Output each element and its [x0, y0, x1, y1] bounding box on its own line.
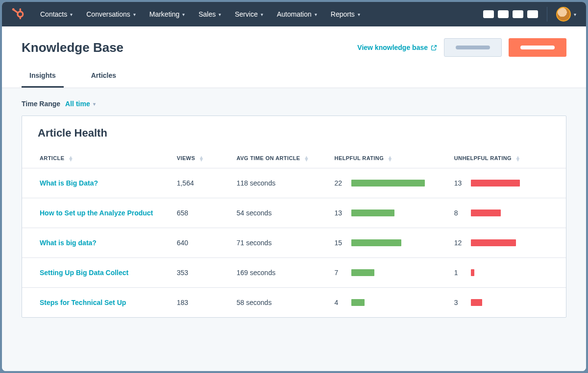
cell-views: 640	[169, 228, 229, 258]
cell-article: What is Big Data?	[22, 168, 169, 198]
avatar	[556, 7, 571, 22]
unhelpful-bar	[471, 180, 520, 186]
unhelpful-bar	[471, 239, 516, 246]
cell-views: 353	[169, 258, 229, 288]
nav-placeholder-button[interactable]	[483, 10, 494, 18]
article-link[interactable]: Steps for Technical Set Up	[40, 299, 126, 306]
sort-icon: ▲▼	[68, 156, 74, 161]
nav-item-automation[interactable]: Automation▾	[271, 7, 323, 21]
svg-point-5	[20, 8, 21, 10]
column-header-helpful[interactable]: HELPFUL RATING ▲▼	[327, 148, 446, 168]
svg-line-3	[14, 10, 18, 12]
chevron-down-icon: ▾	[219, 12, 221, 17]
helpful-value: 13	[335, 209, 345, 217]
nav-item-label: Reports	[331, 10, 355, 18]
column-header-unhelpful-label: UNHELPFUL RATING	[454, 155, 512, 161]
cell-unhelpful: 3	[446, 288, 566, 318]
view-knowledge-base-link[interactable]: View knowledge base	[357, 44, 437, 51]
cell-time: 71 seconds	[229, 228, 327, 258]
svg-point-4	[12, 8, 15, 11]
unhelpful-value: 13	[454, 179, 465, 187]
column-header-article-label: ARTICLE	[40, 155, 64, 161]
table-row: What is Big Data?1,564118 seconds2213	[22, 168, 566, 198]
helpful-value: 4	[335, 299, 345, 306]
unhelpful-bar	[471, 210, 501, 216]
view-knowledge-base-label: View knowledge base	[357, 44, 428, 51]
cell-article: How to Set up the Analyze Product	[22, 198, 169, 228]
secondary-action-button[interactable]	[444, 38, 502, 57]
column-header-unhelpful[interactable]: UNHELPFUL RATING ▲▼	[446, 148, 566, 168]
nav-item-contacts[interactable]: Contacts▾	[34, 7, 78, 21]
nav-item-label: Contacts	[40, 10, 67, 18]
chevron-down-icon: ▾	[261, 12, 263, 17]
tabs: InsightsArticles	[22, 67, 566, 88]
chevron-down-icon: ▾	[182, 12, 185, 17]
cell-unhelpful: 12	[446, 228, 566, 258]
column-header-time[interactable]: AVG TIME ON ARTICLE ▲▼	[229, 148, 327, 168]
helpful-bar	[351, 299, 365, 306]
helpful-bar	[351, 239, 401, 246]
cell-time: 54 seconds	[229, 198, 327, 228]
top-nav: Contacts▾Conversations▾Marketing▾Sales▾S…	[2, 2, 586, 26]
sort-icon: ▲▼	[388, 156, 393, 161]
nav-item-sales[interactable]: Sales▾	[193, 7, 227, 21]
nav-item-label: Marketing	[149, 10, 179, 18]
primary-action-button[interactable]	[509, 38, 566, 57]
article-health-card: Article Health ARTICLE ▲▼ VIEWS ▲▼	[22, 116, 566, 318]
cell-helpful: 13	[327, 198, 446, 228]
table-row: Steps for Technical Set Up18358 seconds4…	[22, 288, 566, 318]
cell-views: 1,564	[169, 168, 229, 198]
article-link[interactable]: What is big data?	[40, 239, 97, 247]
chevron-down-icon: ▾	[133, 12, 136, 17]
chevron-down-icon: ▾	[574, 12, 576, 17]
time-range-dropdown[interactable]: All time ▾	[65, 100, 96, 108]
article-link[interactable]: What is Big Data?	[40, 179, 98, 187]
cell-article: Steps for Technical Set Up	[22, 288, 169, 318]
column-header-views-label: VIEWS	[177, 155, 195, 161]
column-header-views[interactable]: VIEWS ▲▼	[169, 148, 229, 168]
card-title: Article Health	[22, 127, 566, 148]
unhelpful-value: 8	[454, 209, 465, 217]
cell-views: 183	[169, 288, 229, 318]
cell-article: What is big data?	[22, 228, 169, 258]
tab-articles[interactable]: Articles	[83, 67, 124, 88]
helpful-bar	[351, 180, 425, 186]
cell-time: 118 seconds	[229, 168, 327, 198]
unhelpful-bar	[471, 269, 475, 276]
nav-item-service[interactable]: Service▾	[229, 7, 269, 21]
nav-item-conversations[interactable]: Conversations▾	[80, 7, 142, 21]
article-link[interactable]: Setting Up Big Data Collect	[40, 269, 128, 277]
nav-placeholder-button[interactable]	[527, 10, 538, 18]
tab-insights[interactable]: Insights	[22, 67, 64, 88]
cell-helpful: 22	[327, 168, 446, 198]
column-header-article[interactable]: ARTICLE ▲▼	[22, 148, 169, 168]
external-link-icon	[431, 45, 437, 51]
sort-icon: ▲▼	[515, 156, 520, 161]
chevron-down-icon: ▾	[93, 101, 96, 107]
nav-item-label: Sales	[198, 10, 216, 18]
nav-item-reports[interactable]: Reports▾	[325, 7, 366, 21]
chevron-down-icon: ▾	[358, 12, 360, 17]
unhelpful-value: 1	[454, 269, 465, 277]
time-range-value: All time	[65, 100, 90, 108]
sort-icon: ▲▼	[304, 156, 309, 161]
column-header-time-label: AVG TIME ON ARTICLE	[237, 155, 300, 161]
article-link[interactable]: How to Set up the Analyze Product	[40, 209, 153, 217]
cell-helpful: 4	[327, 288, 446, 318]
sort-icon: ▲▼	[199, 156, 204, 161]
table-row: Setting Up Big Data Collect353169 second…	[22, 258, 566, 288]
nav-placeholder-button[interactable]	[498, 10, 509, 18]
cell-helpful: 15	[327, 228, 446, 258]
nav-item-marketing[interactable]: Marketing▾	[144, 7, 191, 21]
hubspot-logo-icon[interactable]	[12, 8, 24, 21]
page-title: Knowledge Base	[22, 40, 123, 55]
cell-views: 658	[169, 198, 229, 228]
account-menu[interactable]: ▾	[556, 7, 576, 22]
helpful-bar	[351, 269, 375, 276]
cell-time: 169 seconds	[229, 258, 327, 288]
table-row: What is big data?64071 seconds1512	[22, 228, 566, 258]
helpful-value: 22	[335, 179, 345, 187]
nav-item-label: Automation	[277, 10, 312, 18]
page-header: Knowledge Base View knowledge base Insig…	[2, 26, 586, 88]
nav-placeholder-button[interactable]	[513, 10, 523, 18]
